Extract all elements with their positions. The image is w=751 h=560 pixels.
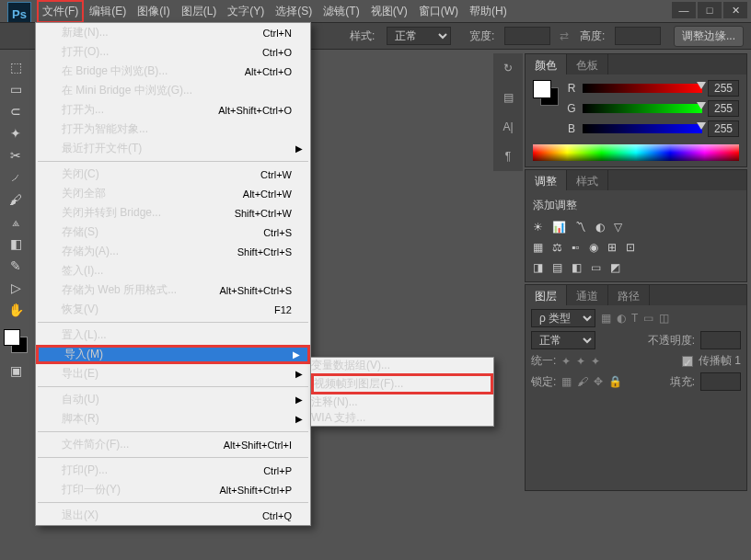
unify-style-icon[interactable]: ✦ [591,355,600,368]
tab-paths[interactable]: 路径 [608,285,650,305]
filter-pixel-icon[interactable]: ▦ [601,312,611,325]
history-icon[interactable]: ↻ [499,59,517,77]
menu-item[interactable]: 签入(I)... [36,261,310,280]
panel-swatch[interactable] [533,80,559,106]
paragraph-icon[interactable]: ¶ [499,147,517,166]
gradient-map-icon[interactable]: ▭ [591,261,601,274]
photo-filter-icon[interactable]: ◉ [589,241,598,254]
pointer-tool[interactable]: ▷ [4,278,28,298]
menu-item[interactable]: 打印(P)...Ctrl+P [36,461,310,480]
levels-icon[interactable]: 📊 [552,221,566,234]
submenu-item[interactable]: 视频帧到图层(F)... [311,373,493,394]
tab-layers[interactable]: 图层 [526,285,567,305]
crop-tool[interactable]: ✂ [4,145,28,166]
menu-item[interactable]: 打开为智能对象... [36,120,310,139]
menu-item[interactable]: 在 Bridge 中浏览(B)...Alt+Ctrl+O [36,62,310,81]
close-button[interactable]: ✕ [723,2,747,18]
opacity-input[interactable] [700,331,741,349]
menu-item[interactable]: 关闭(C)Ctrl+W [36,165,310,184]
menu-item[interactable]: 新建(N)...Ctrl+N [36,23,310,42]
menu-item[interactable]: 打开(O)...Ctrl+O [36,42,310,62]
menu-item[interactable]: 退出(X)Ctrl+Q [36,506,310,525]
character-icon[interactable]: A| [499,118,517,136]
fill-input[interactable] [700,372,741,391]
hue-icon[interactable]: ▦ [533,241,543,254]
submenu-item[interactable]: WIA 支持... [311,410,493,426]
menu-help[interactable]: 帮助(H) [464,0,513,23]
lock-pos-icon[interactable]: ✥ [594,375,603,388]
menu-item[interactable]: 存储为 Web 所用格式...Alt+Shift+Ctrl+S [36,280,310,300]
filter-kind[interactable]: ρ 类型 [531,309,595,327]
tab-adjust[interactable]: 调整 [526,170,567,190]
color-swatch[interactable] [4,329,28,353]
marquee-tool[interactable]: ▭ [4,79,28,99]
b-slider[interactable] [583,124,702,133]
menu-item[interactable]: 关闭全部Alt+Ctrl+W [36,184,310,203]
filter-smart-icon[interactable]: ◫ [659,312,669,325]
filter-adj-icon[interactable]: ◐ [617,312,626,325]
selective-icon[interactable]: ◩ [610,261,620,274]
tab-color[interactable]: 颜色 [526,54,567,74]
r-slider[interactable] [583,84,702,93]
eyedropper-tool[interactable]: ⟋ [4,167,28,188]
menu-item[interactable]: 自动(U)▶ [36,390,310,409]
balance-icon[interactable]: ⚖ [552,241,562,254]
r-value[interactable]: 255 [708,80,739,97]
brush-tool[interactable]: 🖌 [4,189,28,210]
exposure-icon[interactable]: ◐ [595,221,605,234]
pen-tool[interactable]: ✎ [4,256,28,276]
menu-filter[interactable]: 滤镜(T) [318,0,364,23]
spectrum-bar[interactable] [533,144,739,161]
height-input[interactable] [615,27,661,45]
unify-vis-icon[interactable]: ✦ [576,355,585,368]
menu-item[interactable]: 存储(S)Ctrl+S [36,223,310,242]
menu-edit[interactable]: 编辑(E) [84,0,132,23]
bw-icon[interactable]: ▪▫ [572,241,580,254]
lock-paint-icon[interactable]: 🖌 [577,375,588,388]
menu-item[interactable]: 关闭并转到 Bridge...Shift+Ctrl+W [36,203,310,223]
filter-type-icon[interactable]: T [631,312,638,325]
g-value[interactable]: 255 [708,100,739,117]
tab-swatches[interactable]: 色板 [567,54,608,74]
menu-item[interactable]: 最近打开文件(T)▶ [36,139,310,158]
menu-view[interactable]: 视图(V) [365,0,413,23]
menu-item[interactable]: 在 Mini Bridge 中浏览(G)... [36,81,310,100]
mixer-icon[interactable]: ⊞ [607,241,617,254]
eraser-tool[interactable]: ◧ [4,234,28,254]
menu-item[interactable]: 打印一份(Y)Alt+Shift+Ctrl+P [36,480,310,499]
g-slider[interactable] [583,104,702,113]
wand-tool[interactable]: ✦ [4,123,28,143]
swap-icon[interactable]: ⇄ [560,29,569,42]
brightness-icon[interactable]: ☀ [533,221,543,234]
minimize-button[interactable]: — [672,2,696,18]
properties-icon[interactable]: ▤ [499,88,517,107]
menu-item[interactable]: 置入(L)... [36,326,310,345]
menu-item[interactable]: 脚本(R)▶ [36,409,310,429]
unify-pos-icon[interactable]: ✦ [561,355,571,368]
menu-layer[interactable]: 图层(L) [176,0,223,23]
threshold-icon[interactable]: ◧ [572,261,582,274]
menu-window[interactable]: 窗口(W) [413,0,464,23]
hand-tool[interactable]: ✋ [4,300,28,320]
menu-item[interactable]: 打开为...Alt+Shift+Ctrl+O [36,100,310,120]
blend-mode[interactable]: 正常 [531,331,595,349]
invert-icon[interactable]: ◨ [533,261,543,274]
propagate-checkbox[interactable]: ✓ [682,356,693,367]
menu-type[interactable]: 文字(Y) [222,0,270,23]
vibrance-icon[interactable]: ▽ [614,221,622,234]
clone-tool[interactable]: ⟁ [4,211,28,232]
posterize-icon[interactable]: ▤ [552,261,562,274]
lookup-icon[interactable]: ⊡ [626,241,635,254]
maximize-button[interactable]: □ [698,2,722,18]
tab-styles[interactable]: 样式 [567,170,608,190]
filter-shape-icon[interactable]: ▭ [643,312,653,325]
quickmask-tool[interactable]: ▣ [4,360,28,381]
menu-file[interactable]: 文件(F) [37,0,84,23]
lock-trans-icon[interactable]: ▦ [561,375,572,388]
move-tool[interactable]: ⬚ [4,57,28,77]
menu-item[interactable]: 文件简介(F)...Alt+Shift+Ctrl+I [36,435,310,454]
menu-item[interactable]: 导入(M)▶ [36,345,310,364]
tab-channels[interactable]: 通道 [567,285,608,305]
lock-all-icon[interactable]: 🔒 [608,375,622,388]
b-value[interactable]: 255 [708,120,739,137]
